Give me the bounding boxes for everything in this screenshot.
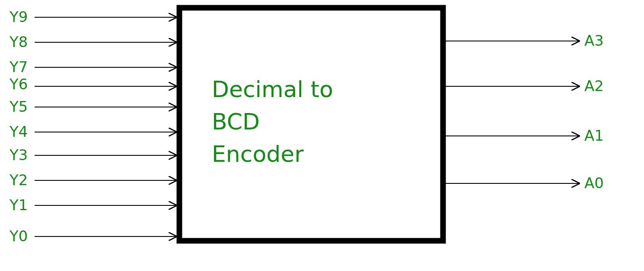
input-label-y9: Y9 (9, 8, 28, 25)
output-label-a3: A3 (584, 32, 604, 49)
input-label-y4: Y4 (9, 123, 28, 140)
block-title-line1: Decimal to (212, 76, 333, 102)
input-label-y1: Y1 (9, 196, 28, 214)
input-label-y0: Y0 (9, 227, 28, 245)
output-label-a1: A1 (584, 127, 604, 144)
block-title-line3: Encoder (212, 141, 304, 167)
input-label-y7: Y7 (9, 58, 28, 76)
block-title-line2: BCD (212, 109, 260, 135)
input-label-y5: Y5 (9, 98, 28, 115)
input-label-y8: Y8 (9, 33, 28, 50)
output-label-a2: A2 (584, 77, 604, 95)
input-label-y2: Y2 (9, 171, 28, 189)
diagram-canvas: Decimal to BCD Encoder Y9 Y8 Y7 Y6 Y5 Y4… (0, 0, 644, 271)
input-label-y3: Y3 (9, 146, 28, 164)
input-label-y6: Y6 (9, 76, 28, 93)
output-label-a0: A0 (584, 174, 604, 192)
